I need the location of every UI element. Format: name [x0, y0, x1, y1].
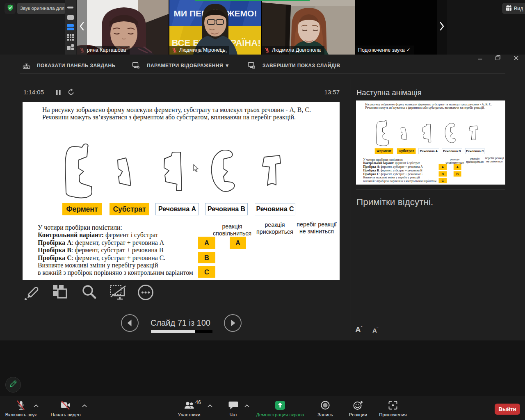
next-animation-slide-content: На рисунку зображено форму молекули ферм… — [356, 100, 505, 184]
meeting-background — [0, 340, 525, 396]
powerpoint-presenter-window: ПОКАЗАТИ ПАНЕЛЬ ЗАВДАНЬ ПАРАМЕТРИ ВІДОБР… — [0, 55, 525, 340]
molecule-shape-substanceA — [162, 152, 183, 191]
video-tile-1[interactable]: рина Карташова — [77, 0, 169, 55]
annotate-floating-button[interactable] — [5, 377, 21, 393]
view-button-label: Вид — [514, 6, 523, 11]
mouse-cursor — [193, 164, 199, 173]
filmstrip-scroll-left-button[interactable] — [76, 0, 87, 55]
progress-fill — [151, 330, 195, 333]
record-icon — [320, 400, 330, 411]
side-by-side-view-icon[interactable] — [67, 43, 74, 50]
shape-label: Фермент — [375, 148, 393, 154]
task-text: У чотири пробірки помістили:Контрольний … — [38, 224, 193, 277]
next-animation-heading: Наступна анімація — [356, 88, 422, 97]
tube-row-box: В — [439, 171, 447, 176]
mic-muted-icon — [16, 400, 26, 411]
answer-box: В — [454, 171, 461, 176]
camera-off-icon — [60, 400, 71, 411]
slideshow-progress-bar — [151, 330, 212, 333]
more-options-icon — [137, 295, 154, 302]
toolbar-button-label: Приложения — [379, 412, 406, 417]
original-sound-button[interactable]: Звук оригинала для — [17, 3, 65, 14]
molecule-shape-substanceB — [211, 150, 236, 194]
menu-taskbar[interactable]: ПОКАЗАТИ ПАНЕЛЬ ЗАВДАНЬ — [23, 59, 116, 72]
black-screen-button[interactable] — [109, 284, 128, 302]
share-screen-icon — [275, 400, 285, 411]
display-settings-icon — [132, 62, 140, 69]
menu-label: ЗАВЕРШИТИ ПОКАЗ СЛАЙДІВ — [262, 63, 340, 68]
pencil-icon — [9, 380, 17, 390]
answer-box: А — [454, 164, 461, 170]
participants-count: 46 — [195, 399, 201, 405]
leave-meeting-button[interactable]: Выйти — [495, 404, 520, 415]
molecule-shape-enzyme — [375, 120, 390, 147]
menu-end-slideshow[interactable]: ЗАВЕРШИТИ ПОКАЗ СЛАЙДІВ — [248, 59, 340, 72]
molecule-shape-enzyme — [64, 142, 96, 200]
pause-timer-button[interactable] — [56, 89, 61, 97]
next-animation-preview[interactable]: На рисунку зображено форму молекули ферм… — [356, 100, 505, 185]
increase-font-button[interactable]: Aˆ — [355, 325, 362, 334]
video-filmstrip: Звук оригинала для рина Карташова МИ ПЕР… — [0, 0, 525, 55]
next-slide-button[interactable] — [224, 314, 242, 332]
mic-muted-icon — [172, 48, 177, 53]
video-tile-4[interactable]: Подключение звука ✓ — [356, 0, 447, 55]
zoom-slide-icon — [80, 295, 98, 302]
toolbar-button-label: Участники — [178, 412, 201, 417]
menu-display-settings[interactable]: ПАРАМЕТРИ ВІДОБРАЖЕННЯ ▼ — [132, 59, 230, 72]
see-all-slides-button[interactable] — [51, 284, 69, 302]
chevron-right-icon — [439, 21, 445, 34]
view-button[interactable]: Вид — [502, 3, 525, 14]
shape-label: Субстрат — [397, 148, 416, 154]
more-options-button[interactable] — [137, 284, 154, 302]
elapsed-timer: 1:14:05 — [23, 89, 44, 96]
shape-label: Речовина В — [442, 148, 462, 154]
participant-name: Людмила Довгопола — [272, 47, 321, 53]
slide-paragraph: На рисунку зображено форму молекули ферм… — [42, 106, 311, 121]
decrease-font-button[interactable]: Aˇ — [372, 327, 378, 334]
zoom-slide-button[interactable] — [80, 284, 98, 302]
shape-label: Речовина А — [155, 203, 199, 215]
gallery-view-icon[interactable] — [67, 34, 74, 41]
menu-separator — [20, 73, 505, 73]
slide-counter: Слайд 71 із 100 — [127, 318, 234, 328]
see-all-slides-icon — [51, 295, 69, 302]
answer-box: А — [230, 237, 246, 249]
molecule-shape-substrate — [400, 127, 408, 140]
speaker-view-icon[interactable] — [67, 14, 74, 21]
minimized-view-icon[interactable] — [67, 4, 74, 11]
tube-row-box: С — [198, 266, 215, 278]
toolbar-button-label: Начать видео — [50, 412, 80, 417]
reactions-icon — [353, 400, 363, 411]
security-shield-button[interactable] — [5, 3, 16, 14]
video-tile-3[interactable]: Людмила Довгопола — [262, 0, 355, 55]
pen-tool-button[interactable] — [23, 284, 41, 302]
apps-icon — [388, 400, 398, 411]
toolbar-button-label: Чат — [229, 412, 237, 417]
molecule-shape-substanceA — [422, 124, 432, 142]
filmstrip-layout-switcher — [65, 0, 76, 55]
video-tile-2[interactable]: МИ ПЕРЕМОЖЕМО! ВСЕ БУДЕ УКРАЇНА! Людмила… — [169, 0, 261, 55]
slide-paragraph: На рисунку зображено форму молекули ферм… — [365, 103, 492, 109]
screen-share-indicator-bar — [195, 0, 310, 1]
toolbar-apps-button[interactable]: Приложения — [364, 398, 422, 418]
filmstrip-scroll-right-button[interactable] — [437, 0, 447, 55]
shape-label: Речовина С — [466, 148, 485, 154]
shape-label: Фермент — [62, 203, 102, 215]
molecule-shape-substanceB — [445, 123, 457, 144]
tube-row-box: В — [198, 252, 215, 263]
participant-name-label: Людмила Довгопола — [262, 46, 324, 55]
tube-row-box: С — [439, 178, 447, 183]
current-slide[interactable]: На рисунку зображено форму молекули ферм… — [23, 102, 340, 280]
answer-column-header: перебіг реакціїне зміниться — [288, 221, 340, 235]
chevron-up-icon[interactable] — [82, 402, 87, 409]
current-time: 13:57 — [324, 89, 340, 96]
shape-label: Субстрат — [110, 203, 149, 215]
strip-view-icon[interactable] — [67, 24, 74, 31]
participants-icon — [184, 400, 195, 411]
shape-label: Речовина А — [419, 148, 439, 154]
shape-label: Речовина В — [205, 203, 248, 215]
chevron-up-icon[interactable] — [244, 402, 249, 409]
notes-divider — [356, 189, 505, 189]
restart-timer-button[interactable] — [68, 89, 75, 97]
tube-row-box: А — [198, 237, 215, 249]
